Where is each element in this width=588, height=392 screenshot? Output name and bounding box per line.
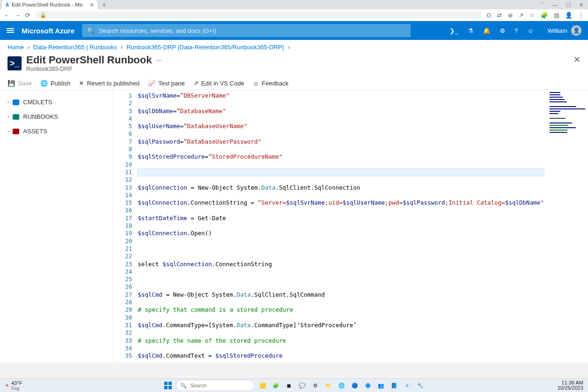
save-icon: 💾 [8,80,15,87]
zoom-icon[interactable]: ⊕ [508,12,513,19]
runbooks-icon [13,114,19,120]
notifications-icon[interactable]: 🔔 [483,27,490,34]
task-app-icon[interactable]: ⚙ [310,380,321,391]
feedback-topbar-icon[interactable]: ☺ [527,27,534,34]
svg-rect-2 [164,386,168,389]
task-app-icon[interactable]: 🧩 [271,380,281,391]
revert-icon: ✕ [79,80,84,87]
tab-close-icon[interactable]: ✕ [90,2,94,8]
publish-button[interactable]: 🌐 Publish [40,80,71,87]
person-feedback-icon: ☺ [252,80,259,87]
weather-icon: ☀ [5,383,9,389]
tree-cmdlets[interactable]: › CMDLETS [6,95,107,109]
chevron-right-icon: › [288,44,290,51]
chevron-right-icon: › [8,114,9,119]
bookmark-icon[interactable]: ☆ [529,12,535,19]
address-bar[interactable]: 🔒 [35,11,482,19]
task-app-icon[interactable]: 📧 [402,380,412,391]
win-close-icon[interactable]: ✕ [579,2,583,8]
chevron-right-icon: › [8,100,9,105]
azure-topbar: Microsoft Azure 🔍 ❯_ ⚗ 🔔 ⚙ ? ☺ William 👤 [0,21,588,40]
breadcrumb-home[interactable]: Home [8,44,24,51]
command-bar: 💾 Save 🌐 Publish ✕ Revert to published 📈… [0,77,588,90]
extensions-icon[interactable]: 🧩 [541,12,548,19]
tree-assets[interactable]: › ASSETS [6,124,107,138]
taskbar-search-input[interactable] [190,382,251,389]
new-tab-button[interactable]: + [102,1,106,8]
tree-runbooks[interactable]: › RUNBOOKS [6,109,107,124]
task-app-icon[interactable]: 💬 [297,380,307,391]
minimap[interactable] [549,90,588,362]
task-app-icon[interactable]: ◼ [284,380,294,391]
close-blade-icon[interactable]: ✕ [573,54,580,65]
code-content[interactable]: $sqlSvrName=“DBServerName"$sqlDbName=“Da… [135,90,547,362]
breadcrumb-runbook[interactable]: Runbook365-DRP (Data-Retention365/Runboo… [127,44,284,51]
svg-rect-0 [164,382,168,385]
teams-icon[interactable]: 👥 [376,380,386,391]
task-app-icon[interactable]: 🔧 [415,380,426,391]
weather-temp: 43°F [11,380,22,386]
feedback-button[interactable]: ☺ Feedback [252,80,288,87]
weather-text: Fog [11,386,22,391]
win-down-icon[interactable]: ˅ [541,2,544,8]
word-icon[interactable]: 📘 [389,380,399,391]
panel-icon[interactable]: ▥ [554,12,559,19]
page-title: Edit PowerShell Runbook [26,54,152,66]
blade-header: >_ Edit PowerShell Runbook ⋯ Runbook365-… [0,53,588,77]
blade-body: › CMDLETS › RUNBOOKS › ASSETS 1234567891… [0,90,588,362]
forward-icon[interactable]: → [15,12,21,19]
powershell-icon: >_ [8,56,22,70]
help-icon[interactable]: ? [515,27,518,34]
assets-icon [13,129,19,134]
more-actions-icon[interactable]: ⋯ [156,57,162,64]
chrome-icon[interactable]: 🔵 [350,380,360,391]
translate-icon[interactable]: ⇄ [497,12,502,19]
page-subtitle: Runbook365-DRP [26,66,162,72]
breadcrumb-runbooks[interactable]: Data-Retention365 | Runbooks [33,44,117,51]
task-app-icon[interactable]: 🟨 [258,380,268,391]
breadcrumb: Home › Data-Retention365 | Runbooks › Ru… [0,40,588,53]
menu-icon[interactable]: ⋮ [578,12,584,19]
test-pane-button[interactable]: 📈 Test pane [148,80,184,87]
azure-favicon: A [6,2,9,8]
azure-brand[interactable]: Microsoft Azure [22,27,75,35]
global-search[interactable]: 🔍 [82,24,411,37]
svg-rect-3 [168,386,172,389]
win-maximize-icon[interactable]: ▢ [566,2,571,8]
chevron-right-icon: › [8,129,9,134]
edge-icon[interactable]: 🌐 [336,380,347,391]
share-icon[interactable]: ↗ [519,12,524,19]
settings-gear-icon[interactable]: ⚙ [500,27,505,34]
system-tray[interactable]: 11:38 AM 10/25/2023 [553,380,588,391]
browser-tab[interactable]: A Edit PowerShell Runbook - Mic ✕ [2,0,98,9]
chevron-right-icon: › [121,44,122,51]
taskbar-search[interactable]: 🔍 [176,380,255,391]
line-number-gutter: 1234567891011121314151617181920212223242… [113,90,135,362]
start-button[interactable] [163,380,173,391]
code-editor[interactable]: 1234567891011121314151617181920212223242… [113,90,588,362]
file-explorer-icon[interactable]: 📁 [323,380,334,391]
profile-icon[interactable]: 👤 [565,12,573,19]
globe-icon: 🌐 [40,80,48,87]
user-account[interactable]: William 👤 [548,25,581,36]
global-search-input[interactable] [98,27,406,35]
directory-filter-icon[interactable]: ⚗ [468,27,473,34]
window-controls: ˅ — ▢ ✕ [541,2,588,8]
reload-icon[interactable]: ⟳ [25,12,31,19]
weather-widget[interactable]: ☀ 43°F Fog [0,380,27,391]
clock-date: 10/25/2023 [557,385,583,391]
revert-button[interactable]: ✕ Revert to published [79,80,139,87]
search-icon: 🔍 [180,383,187,389]
back-icon[interactable]: ← [4,12,10,19]
tab-title: Edit PowerShell Runbook - Mic [12,2,83,8]
edit-vscode-button[interactable]: ↗ Edit in VS Code [193,80,244,87]
external-icon: ↗ [193,80,199,87]
win-minimize-icon[interactable]: — [552,2,557,8]
save-button: 💾 Save [8,80,32,87]
user-name: William [548,27,567,34]
browser-tab-bar: A Edit PowerShell Runbook - Mic ✕ + ˅ — … [0,0,588,9]
cloud-shell-icon[interactable]: ❯_ [450,27,458,34]
portal-menu-button[interactable] [7,27,14,34]
google-icon[interactable]: G [487,12,491,19]
task-app-icon[interactable]: 🔷 [363,380,373,391]
